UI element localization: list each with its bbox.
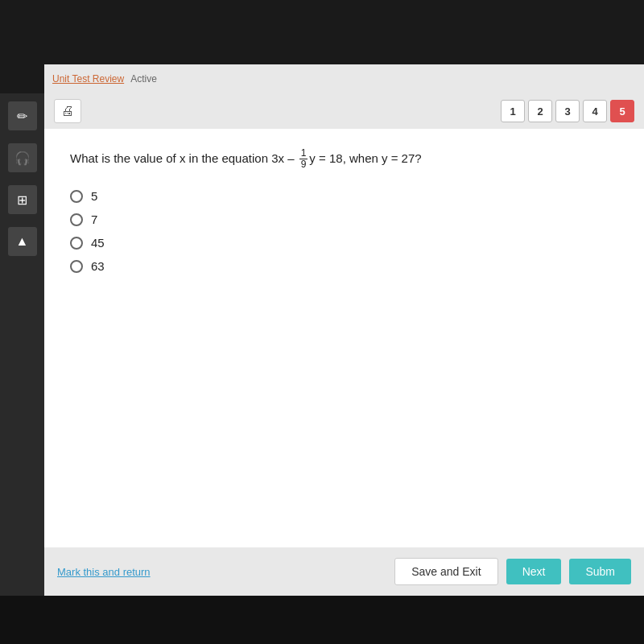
fraction-numerator: 1 xyxy=(299,148,308,159)
print-button[interactable]: 🖨 xyxy=(54,99,81,123)
headphones-icon[interactable]: 🎧 xyxy=(8,143,37,172)
tab-question-3[interactable]: 3 xyxy=(555,100,580,122)
save-exit-button[interactable]: Save and Exit xyxy=(394,558,497,585)
toolbar: 🖨 1 2 3 4 5 xyxy=(44,93,644,129)
tab-question-1[interactable]: 1 xyxy=(501,100,525,122)
next-button[interactable]: Next xyxy=(506,559,562,584)
option-5[interactable]: 5 xyxy=(70,189,618,203)
unit-test-review-link[interactable]: Unit Test Review xyxy=(52,73,124,85)
question-tabs: 1 2 3 4 5 xyxy=(501,100,634,122)
option-5-label: 5 xyxy=(91,189,97,203)
pencil-icon[interactable]: ✏ xyxy=(8,101,37,130)
radio-63[interactable] xyxy=(70,260,83,273)
option-63[interactable]: 63 xyxy=(70,259,618,273)
top-bar: Unit Test Review Active xyxy=(44,64,644,93)
bottom-bar: Mark this and return Save and Exit Next … xyxy=(44,547,644,596)
status-label: Active xyxy=(130,73,157,85)
main-content: What is the value of x in the equation 3… xyxy=(44,129,644,547)
tab-question-2[interactable]: 2 xyxy=(528,100,552,122)
question-text-prefix: What is the value of x in the equation 3… xyxy=(70,151,298,165)
submit-button[interactable]: Subm xyxy=(569,559,631,584)
option-7-label: 7 xyxy=(91,213,97,226)
option-45-label: 45 xyxy=(91,236,105,250)
print-icon: 🖨 xyxy=(61,104,74,118)
question-text-suffix: y = 18, when y = 27? xyxy=(309,151,421,165)
question-text: What is the value of x in the equation 3… xyxy=(70,148,618,170)
mark-return-link[interactable]: Mark this and return xyxy=(57,566,151,578)
radio-7[interactable] xyxy=(70,213,83,226)
option-7[interactable]: 7 xyxy=(70,213,618,226)
tab-question-4[interactable]: 4 xyxy=(583,100,607,122)
radio-5[interactable] xyxy=(70,190,83,203)
sidebar: ✏ 🎧 ⊞ ▲ xyxy=(0,93,44,596)
fraction-denominator: 9 xyxy=(299,159,308,170)
option-45[interactable]: 45 xyxy=(70,236,618,250)
option-63-label: 63 xyxy=(91,259,105,273)
calculator-icon[interactable]: ⊞ xyxy=(8,185,37,214)
bottom-strip xyxy=(0,596,644,644)
options-list: 5 7 45 63 xyxy=(70,189,618,273)
radio-45[interactable] xyxy=(70,237,83,250)
tab-question-5[interactable]: 5 xyxy=(610,100,634,122)
up-arrow-icon[interactable]: ▲ xyxy=(8,227,37,256)
fraction: 1 9 xyxy=(299,148,308,170)
